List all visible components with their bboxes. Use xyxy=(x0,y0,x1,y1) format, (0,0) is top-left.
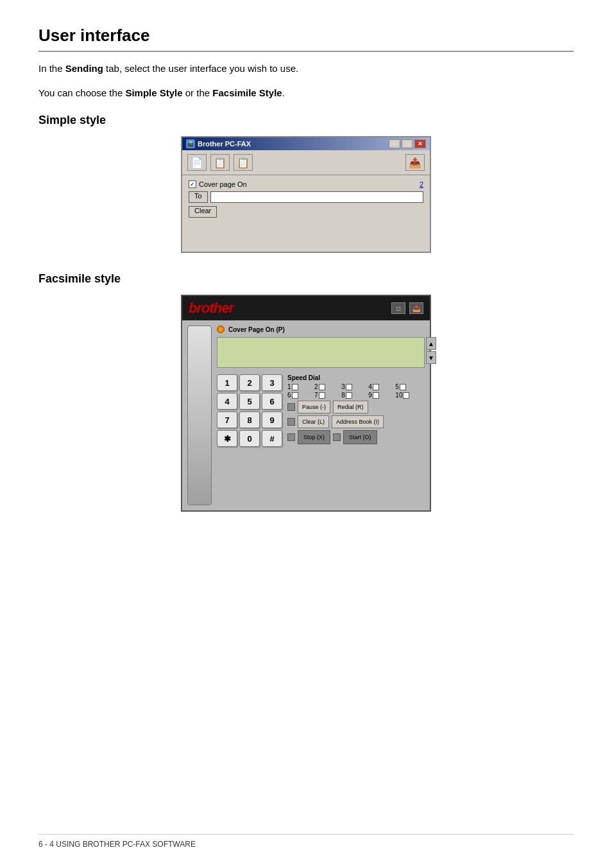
maximize-button[interactable]: □ xyxy=(402,139,413,148)
key-9[interactable]: 9 xyxy=(262,412,282,428)
key-3[interactable]: 3 xyxy=(262,374,282,391)
fax-header-right: □ 📤 xyxy=(391,302,423,314)
simple-body: ✓ Cover page On 2 To Clear xyxy=(182,175,430,252)
new-fax-icon[interactable]: 📄 xyxy=(187,154,207,171)
facsimile-style-screenshot: brother □ 📤 Cover Page On (P) xyxy=(38,295,574,512)
page-footer: 6 - 4 USING BROTHER PC-FAX SOFTWARE xyxy=(38,834,574,849)
fax-speed-section: Speed Dial 1 2 3 4 5 6 7 8 9 10 xyxy=(287,374,425,447)
simple-window: 📠 Brother PC-FAX ─ □ ✕ 📄 📋 📋 📤 xyxy=(181,136,431,253)
stop-button[interactable]: Stop (X) xyxy=(298,430,330,444)
key-0[interactable]: 0 xyxy=(239,430,260,447)
address-book-button[interactable]: Address Book (I) xyxy=(332,415,384,428)
fax-window: brother □ 📤 Cover Page On (P) xyxy=(181,295,431,512)
cover-page-dot xyxy=(217,326,225,333)
key-4[interactable]: 4 xyxy=(217,393,237,410)
key-5[interactable]: 5 xyxy=(239,393,260,410)
fax-copy-btn[interactable]: □ xyxy=(391,302,405,314)
speed-8[interactable]: 8 xyxy=(341,392,367,399)
fax-display-wrapper: ▲ ▼ xyxy=(217,337,425,368)
footer-text: 6 - 4 USING BROTHER PC-FAX SOFTWARE xyxy=(38,840,196,849)
fax-keypad-area: 1 2 3 4 5 6 7 8 9 ✱ 0 # xyxy=(217,374,425,447)
page-title: User interface xyxy=(38,26,574,52)
key-2[interactable]: 2 xyxy=(239,374,260,391)
start-checkbox[interactable] xyxy=(333,433,341,441)
clear-button[interactable]: Clear (L) xyxy=(298,415,329,428)
fax-cover-row: Cover Page On (P) xyxy=(217,326,425,333)
fax-send-btn[interactable]: 📤 xyxy=(409,302,423,314)
key-1[interactable]: 1 xyxy=(217,374,237,391)
intro-paragraph-2: You can choose the Simple Style or the F… xyxy=(38,85,574,101)
phonebook-icon[interactable]: 📋 xyxy=(210,154,230,171)
empty-space xyxy=(189,221,423,247)
speed-1[interactable]: 1 xyxy=(287,383,313,390)
simple-titlebar: 📠 Brother PC-FAX ─ □ ✕ xyxy=(182,137,430,150)
settings-icon[interactable]: 📋 xyxy=(234,154,253,171)
pause-checkbox[interactable] xyxy=(287,403,295,411)
speed-9[interactable]: 9 xyxy=(368,392,394,399)
to-button[interactable]: To xyxy=(189,191,208,203)
clear-button[interactable]: Clear xyxy=(189,206,217,218)
clear-row: Clear xyxy=(189,206,423,218)
key-7[interactable]: 7 xyxy=(217,412,237,428)
page-number[interactable]: 2 xyxy=(420,180,423,188)
cover-page-row: ✓ Cover page On 2 xyxy=(189,180,423,188)
speed-2[interactable]: 2 xyxy=(314,383,340,390)
app-icon: 📠 xyxy=(186,139,195,148)
simple-style-screenshot: 📠 Brother PC-FAX ─ □ ✕ 📄 📋 📋 📤 xyxy=(38,136,574,253)
clear-checkbox[interactable] xyxy=(287,418,295,426)
minimize-button[interactable]: ─ xyxy=(389,139,400,148)
speed-6[interactable]: 6 xyxy=(287,392,313,399)
toolbar-left: 📄 📋 📋 xyxy=(187,154,253,171)
to-row: To xyxy=(189,191,423,203)
intro-paragraph-1: In the Sending tab, select the user inte… xyxy=(38,61,574,76)
window-title: Brother PC-FAX xyxy=(198,140,251,148)
titlebar-buttons: ─ □ ✕ xyxy=(389,139,426,148)
brother-logo: brother xyxy=(189,300,234,317)
fax-slider-panel xyxy=(187,326,212,505)
simple-style-heading: Simple style xyxy=(38,114,574,127)
fax-display-area xyxy=(217,337,425,368)
fax-body: Cover Page On (P) ▲ ▼ 1 2 3 xyxy=(182,320,430,510)
redial-button[interactable]: Redial (R) xyxy=(333,401,368,413)
close-button[interactable]: ✕ xyxy=(414,139,426,148)
titlebar-left: 📠 Brother PC-FAX xyxy=(186,139,251,148)
fax-scroll-arrows: ▲ ▼ xyxy=(426,337,436,364)
fax-cover-label: Cover Page On (P) xyxy=(228,326,285,333)
scroll-down-button[interactable]: ▼ xyxy=(426,351,436,364)
speed-10[interactable]: 10 xyxy=(395,392,425,399)
scroll-up-button[interactable]: ▲ xyxy=(426,337,436,350)
to-input[interactable] xyxy=(210,191,423,203)
pause-button[interactable]: Pause (-) xyxy=(298,401,330,413)
stop-checkbox[interactable] xyxy=(287,433,295,441)
stop-start-row: Stop (X) Start (O) xyxy=(287,430,425,444)
fax-header: brother □ 📤 xyxy=(182,296,430,320)
facsimile-style-heading: Facsimile style xyxy=(38,272,574,286)
key-star[interactable]: ✱ xyxy=(217,430,237,447)
fax-main-content: Cover Page On (P) ▲ ▼ 1 2 3 xyxy=(217,326,425,505)
speed-7[interactable]: 7 xyxy=(314,392,340,399)
fax-numpad: 1 2 3 4 5 6 7 8 9 ✱ 0 # xyxy=(217,374,282,447)
cover-page-label: Cover page On xyxy=(199,180,247,188)
cover-page-checkbox[interactable]: ✓ xyxy=(189,180,196,188)
pause-redial-row: Pause (-) Redial (R) xyxy=(287,401,425,413)
speed-3[interactable]: 3 xyxy=(341,383,367,390)
speed-5[interactable]: 5 xyxy=(395,383,425,390)
key-hash[interactable]: # xyxy=(262,430,282,447)
speed-dial-grid: 1 2 3 4 5 6 7 8 9 10 xyxy=(287,383,425,399)
send-icon[interactable]: 📤 xyxy=(405,154,425,171)
key-8[interactable]: 8 xyxy=(239,412,260,428)
speed-dial-label: Speed Dial xyxy=(287,374,425,381)
simple-toolbar: 📄 📋 📋 📤 xyxy=(182,150,430,175)
speed-4[interactable]: 4 xyxy=(368,383,394,390)
start-button[interactable]: Start (O) xyxy=(343,430,377,444)
clear-addressbook-row: Clear (L) Address Book (I) xyxy=(287,415,425,428)
key-6[interactable]: 6 xyxy=(262,393,282,410)
